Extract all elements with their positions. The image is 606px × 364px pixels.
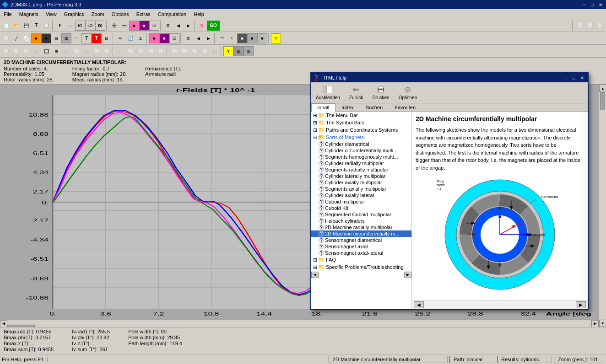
help-back-button[interactable]: Zurück <box>346 84 366 101</box>
toc-cuboid-multipolar[interactable]: ? Cuboid multipolar <box>311 198 411 205</box>
tb-left-arrow[interactable]: ◀ <box>173 21 183 31</box>
help-tab-index[interactable]: Index <box>335 103 360 111</box>
tb3-5[interactable]: 🔲 <box>41 46 51 56</box>
tb2-10[interactable]: T <box>92 33 102 43</box>
tb-red-stop[interactable]: ✕ <box>197 21 207 31</box>
tb2-violet[interactable]: ■ <box>159 33 169 43</box>
tb-io[interactable]: IO <box>75 21 85 31</box>
toc-segments-radially[interactable]: ? Segments radially multipolar <box>311 166 411 173</box>
tb3-13[interactable]: ⬜ <box>125 46 135 56</box>
tb3-15[interactable]: ⬜ <box>146 46 156 56</box>
tb3-2[interactable]: ⬜ <box>11 46 21 56</box>
tb2-gray1[interactable]: ■ <box>247 33 257 43</box>
toc-cylinder-laterally[interactable]: ? Cylinder laterally multipolar <box>311 173 411 179</box>
tb-plus[interactable]: ➕ <box>109 21 119 31</box>
tb3-14[interactable]: ⬜ <box>135 46 146 56</box>
menu-zoom[interactable]: Zoom <box>88 11 108 18</box>
tb3-16[interactable]: ⬜ <box>156 46 166 56</box>
tb-gear[interactable]: ⚙ <box>163 21 173 31</box>
tb3-7[interactable]: ⬚ <box>61 46 71 56</box>
toc-sensomagnet-lateral[interactable]: ? Sensomagnet axial-lateral <box>311 250 411 256</box>
help-tab-favoriten[interactable]: Favoriten <box>389 103 422 111</box>
tb-violet[interactable]: ■ <box>139 21 149 31</box>
toc-cuboid-kit[interactable]: ? Cuboid Kit <box>311 205 411 211</box>
tb-up[interactable]: ⬆ <box>55 21 65 31</box>
scroll-right-arrow[interactable]: ▶ <box>591 320 599 327</box>
vertical-scrollbar[interactable]: ▲ ▼ <box>599 85 606 327</box>
scroll-v-thumb[interactable] <box>600 92 605 110</box>
tb2-13[interactable]: 🔃 <box>125 33 135 43</box>
tb-field2[interactable]: ⬜ <box>585 21 595 31</box>
close-button[interactable]: ✕ <box>597 1 604 8</box>
tb2-right[interactable]: ▶ <box>203 33 213 43</box>
tb3-8[interactable]: ⬜ <box>71 46 81 56</box>
tb3-10[interactable]: ⬜ <box>92 46 102 56</box>
help-print-button[interactable]: Drucken <box>369 84 392 101</box>
tb2-check[interactable]: ☑ <box>169 33 179 43</box>
tb-pink[interactable]: ■ <box>129 21 139 31</box>
tb-down[interactable]: ↓ <box>65 21 75 31</box>
toc-item-sorts[interactable]: ⊟ 📂 Sorts of Magnets <box>311 134 411 141</box>
toc-sensomagnet-diametrical[interactable]: ? Sensomagnet diametrical <box>311 237 411 243</box>
tb2-wave[interactable]: 〜 <box>217 33 227 43</box>
tb3-23[interactable]: ▥ <box>233 46 243 56</box>
tb-param[interactable]: 📋 <box>41 21 51 31</box>
tb2-8[interactable]: ⬚ <box>71 33 81 43</box>
toc-specific[interactable]: ⊞ 📁 Specific Problems/Troubleshooting <box>311 263 411 271</box>
tb2-gray2[interactable]: ■ <box>257 33 267 43</box>
tb-so[interactable]: sO <box>85 21 95 31</box>
menu-options[interactable]: Options <box>108 11 133 18</box>
tb2-11[interactable]: ⊟ <box>102 33 112 43</box>
maximize-button[interactable]: □ <box>589 1 596 8</box>
toc-cylinder-axially-lateral[interactable]: ? Cylinder axially lateral <box>311 192 411 198</box>
toc-cylinder-axially[interactable]: ? Cylinder axially multipolar <box>311 179 411 186</box>
menu-help[interactable]: Help <box>190 11 208 18</box>
help-hide-button[interactable]: Ausblenden <box>313 84 343 101</box>
toc-segmented-cuboid[interactable]: ? Segmented Cuboid multipolar <box>311 211 411 218</box>
tb2-dark[interactable]: ■ <box>237 33 247 43</box>
tb2-14[interactable]: Σ <box>135 33 146 43</box>
tb2-9[interactable]: T <box>81 33 92 43</box>
tb-save[interactable]: 💾 <box>21 21 31 31</box>
tb2-sigma[interactable]: ⚙ <box>183 33 193 43</box>
help-options-button[interactable]: Optionen <box>396 84 420 101</box>
tb2-yellow[interactable]: Y <box>271 33 281 43</box>
toc-scroll-right[interactable]: ▶ <box>404 272 411 278</box>
menu-file[interactable]: File <box>0 11 16 18</box>
help-prev-button[interactable]: ◀ <box>414 301 424 308</box>
help-tab-inhalt[interactable]: Inhalt <box>311 103 335 112</box>
tb3-11[interactable]: ⬜ <box>102 46 112 56</box>
toc-2d-radially[interactable]: ? 2D Machine radially multipolar <box>311 224 411 230</box>
menu-view[interactable]: View <box>42 11 60 18</box>
toc-sensomagnet-axial[interactable]: ? Sensomagnet axial <box>311 243 411 250</box>
minimize-button[interactable]: ─ <box>580 1 588 8</box>
toc-halbach[interactable]: ? Halbach cylinders <box>311 218 411 224</box>
tb2-12[interactable]: ✏ <box>115 33 125 43</box>
tb-text[interactable]: T <box>31 21 41 31</box>
toc-2d-circumferentially[interactable]: ? 2D Machine circumferentially m... <box>311 230 411 237</box>
toc-scroll-left[interactable]: ◀ <box>311 272 319 278</box>
tb3-1[interactable]: ⬜ <box>1 46 11 56</box>
tb-check[interactable]: ☑ <box>149 21 159 31</box>
tb3-24[interactable]: ▥ <box>243 46 254 56</box>
tb3-21[interactable]: ⬚ <box>210 46 220 56</box>
tb-minus[interactable]: ➖ <box>119 21 129 31</box>
tb3-12[interactable]: ⬚ <box>115 46 125 56</box>
menu-magnets[interactable]: Magnets <box>16 11 42 18</box>
help-maximize-button[interactable]: □ <box>570 75 578 81</box>
toc-hscroll[interactable]: ◀ ▶ <box>311 271 411 278</box>
tb2-4[interactable]: ■ <box>31 33 41 43</box>
tb2-1[interactable]: ⬜ <box>1 33 11 43</box>
tb2-7[interactable]: ▥ <box>61 33 71 43</box>
tb3-17[interactable]: ⬜ <box>169 46 179 56</box>
horizontal-scrollbar[interactable]: ◀ ▶ <box>0 320 599 327</box>
toc-cylinder-radially[interactable]: ? Cylinder radially multipolar <box>311 160 411 166</box>
menu-extras[interactable]: Extras <box>133 11 154 18</box>
tb3-18[interactable]: ⬜ <box>179 46 189 56</box>
help-next-button[interactable]: ▶ <box>576 301 586 308</box>
toc-cylinder-diametrical[interactable]: ? Cylinder diametrical <box>311 141 411 147</box>
tb3-20[interactable]: ⬜ <box>200 46 210 56</box>
scroll-down-arrow[interactable]: ▼ <box>599 320 606 327</box>
tb3-22[interactable]: Y <box>223 46 233 56</box>
toc-segments-homogenously[interactable]: ? Segments homogenously multi... <box>311 154 411 160</box>
